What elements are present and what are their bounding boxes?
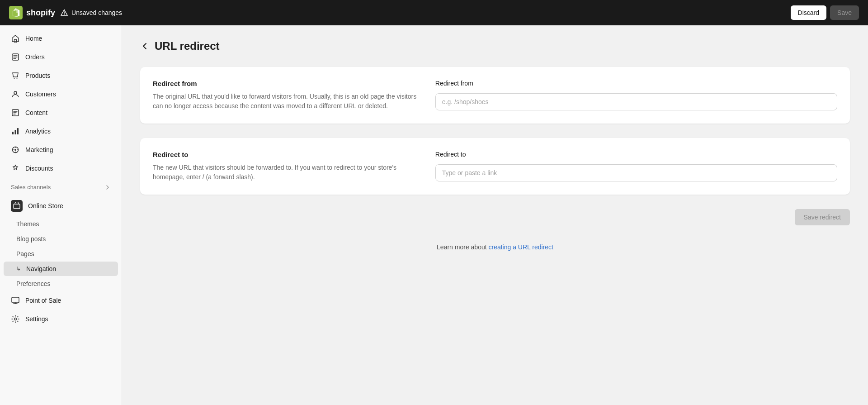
sidebar-item-marketing[interactable]: Marketing [4,141,118,159]
page-title: URL redirect [155,40,220,52]
redirect-to-section: Redirect to The new URL that visitors sh… [140,138,850,195]
learn-more-section: Learn more about creating a URL redirect [140,236,850,258]
sidebar-sub-blog-posts[interactable]: Blog posts [4,232,118,246]
redirect-from-input[interactable] [435,93,837,110]
sidebar-scroll: Home Orders Products Customers [0,25,122,405]
sidebar-item-content[interactable]: Content [4,104,118,122]
svg-rect-9 [17,128,19,134]
learn-more-link[interactable]: creating a URL redirect [488,243,553,251]
svg-rect-12 [14,204,20,209]
svg-point-3 [14,78,15,79]
page-header: URL redirect [140,40,850,52]
sidebar-item-analytics[interactable]: Analytics [4,122,118,140]
redirect-to-description: The new URL that visitors should be forw… [153,163,421,182]
redirect-from-section: Redirect from The original URL that you'… [140,67,850,124]
redirect-to-form: Redirect to [435,151,837,182]
svg-rect-8 [15,130,16,134]
redirect-from-description: The original URL that you'd like to forw… [153,92,421,111]
sidebar: Home Orders Products Customers [0,25,122,405]
content-area: URL redirect Redirect from The original … [122,25,868,405]
back-arrow-icon [140,42,149,51]
svg-rect-1 [14,39,17,43]
sidebar-item-orders[interactable]: Orders [4,48,118,66]
shopify-logo-icon [9,6,23,19]
sidebar-sub-pages[interactable]: Pages [4,247,118,261]
topbar-actions: Discard Save [791,5,859,20]
online-store-icon [11,200,23,212]
customers-icon [11,90,20,99]
sidebar-sub-preferences[interactable]: Preferences [4,276,118,291]
sales-channels-section[interactable]: Sales channels [4,179,118,195]
sidebar-sub-themes[interactable]: Themes [4,217,118,231]
brand-name: shopify [26,8,55,18]
sidebar-item-customers[interactable]: Customers [4,85,118,103]
svg-rect-7 [12,132,14,134]
content-icon [11,108,20,117]
warning-icon [61,9,68,16]
products-icon [11,71,20,80]
analytics-icon [11,127,20,136]
sidebar-item-discounts[interactable]: Discounts [4,159,118,177]
svg-rect-13 [12,297,19,303]
redirect-to-label: Redirect to [435,151,837,158]
redirect-from-title: Redirect from [153,80,421,87]
svg-point-4 [17,78,18,79]
save-button: Save [830,5,859,20]
orders-icon [11,52,20,62]
sidebar-marketing-label: Marketing [25,146,53,153]
marketing-icon [11,145,20,154]
sidebar-home-label: Home [25,35,42,42]
redirect-to-title: Redirect to [153,151,421,158]
sidebar-item-settings[interactable]: Settings [4,310,118,328]
save-redirect-button: Save redirect [795,209,850,225]
redirect-from-info: Redirect from The original URL that you'… [153,80,421,111]
pos-icon [11,296,20,305]
back-button[interactable] [140,42,149,51]
sidebar-item-products[interactable]: Products [4,67,118,85]
sidebar-item-pos[interactable]: Point of Sale [4,291,118,310]
topbar-left: shopify Unsaved changes [9,6,122,19]
discard-button[interactable]: Discard [791,5,826,20]
unsaved-changes-indicator: Unsaved changes [61,9,122,16]
sidebar-customers-label: Customers [25,91,56,98]
home-icon [11,34,20,43]
settings-icon [11,314,20,324]
sidebar-discounts-label: Discounts [25,165,53,172]
active-arrow-icon: ↳ [16,266,21,272]
sidebar-item-online-store[interactable]: Online Store [4,195,118,216]
topbar: shopify Unsaved changes Discard Save [0,0,868,25]
sidebar-sub-navigation[interactable]: ↳ Navigation [4,262,118,276]
redirect-to-input[interactable] [435,164,837,181]
redirect-from-form: Redirect from [435,80,837,111]
redirect-to-info: Redirect to The new URL that visitors sh… [153,151,421,182]
sidebar-item-home[interactable]: Home [4,29,118,48]
sidebar-orders-label: Orders [25,53,45,61]
learn-more-text-before: Learn more about [437,243,488,251]
discounts-icon [11,164,20,173]
redirect-from-label: Redirect from [435,80,837,87]
svg-point-14 [14,318,17,320]
chevron-right-icon [104,184,111,191]
sidebar-content-label: Content [25,109,47,116]
sidebar-products-label: Products [25,72,50,79]
sidebar-analytics-label: Analytics [25,128,51,135]
main-layout: Home Orders Products Customers [0,25,868,405]
svg-point-5 [14,91,17,94]
shopify-logo: shopify [9,6,55,19]
save-redirect-row: Save redirect [140,209,850,225]
svg-point-11 [14,149,16,151]
